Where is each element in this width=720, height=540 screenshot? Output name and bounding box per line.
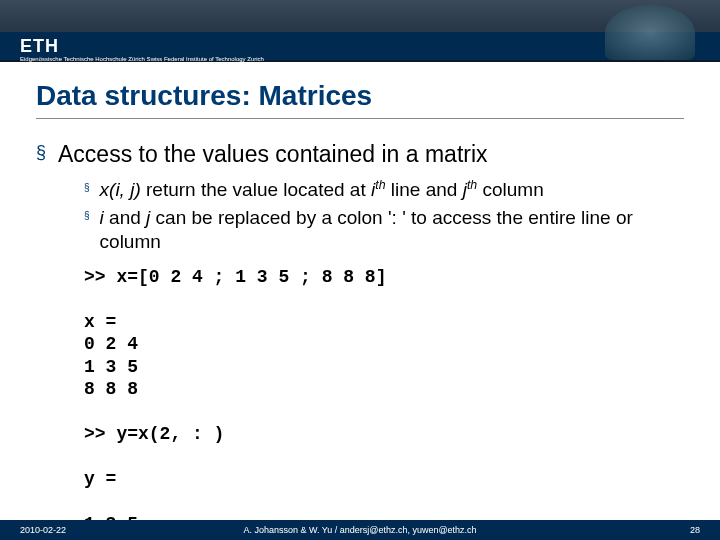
- title-rule: [36, 118, 684, 119]
- slide-title: Data structures: Matrices: [36, 80, 684, 112]
- text-fragment: return the value located at: [141, 179, 371, 200]
- code-fragment: x(i, j): [100, 179, 141, 200]
- eth-subline: Eidgenössische Technische Hochschule Zür…: [20, 56, 264, 63]
- bullet-text: i and j can be replaced by a colon ': ' …: [100, 206, 684, 254]
- text-fragment: column: [477, 179, 544, 200]
- bullet-level2-b: § i and j can be replaced by a colon ': …: [84, 206, 684, 254]
- bullet-mark-icon: §: [84, 206, 90, 226]
- bullet-text: Access to the values contained in a matr…: [58, 141, 488, 168]
- bullet-level2-a: § x(i, j) return the value located at it…: [84, 178, 684, 202]
- bullet-mark-icon: §: [84, 178, 90, 198]
- text-fragment: and: [104, 207, 146, 228]
- text-fragment: line and: [386, 179, 463, 200]
- footer-date: 2010-02-22: [20, 525, 66, 535]
- superscript: th: [467, 178, 477, 192]
- bullet-mark-icon: §: [36, 141, 46, 164]
- bullet-text: x(i, j) return the value located at ith …: [100, 178, 544, 202]
- bullet-level1: § Access to the values contained in a ma…: [36, 141, 684, 168]
- footer-page-number: 28: [690, 525, 700, 535]
- eth-logo: ETH: [20, 36, 59, 57]
- superscript: th: [375, 178, 385, 192]
- footer: 2010-02-22 A. Johansson & W. Yu / anders…: [0, 520, 720, 540]
- footer-authors: A. Johansson & W. Yu / andersj@ethz.ch, …: [0, 525, 720, 535]
- dome-graphic: [605, 5, 695, 60]
- slide-content: Data structures: Matrices § Access to th…: [0, 62, 720, 536]
- code-block: >> x=[0 2 4 ; 1 3 5 ; 8 8 8] x = 0 2 4 1…: [84, 266, 684, 536]
- text-fragment: can be replaced by a colon ': ' to acces…: [100, 207, 633, 252]
- header-band: ETH Eidgenössische Technische Hochschule…: [0, 0, 720, 62]
